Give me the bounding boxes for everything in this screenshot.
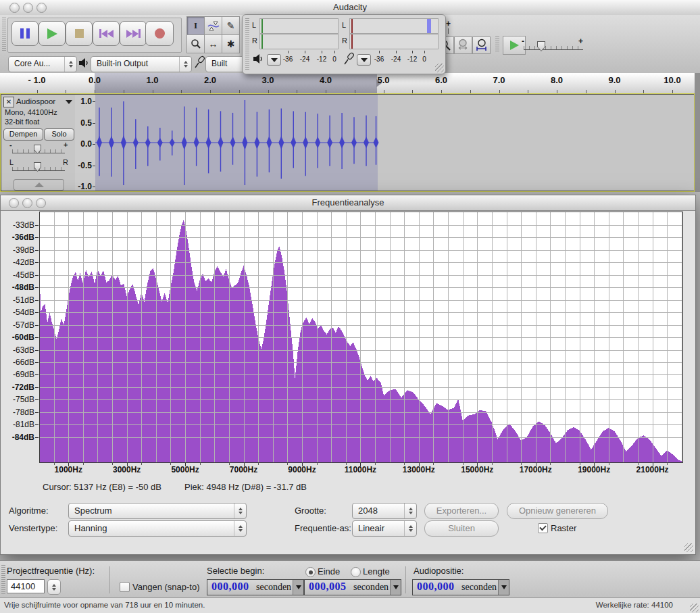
speed-plus-label: + — [578, 36, 583, 46]
field-menu-button[interactable] — [498, 580, 509, 595]
input-meter-r-label: R — [342, 36, 347, 45]
ruler-time-label: 6.0 — [435, 75, 447, 85]
stop-icon — [75, 29, 84, 38]
audio-host-select[interactable]: Core Au... — [8, 56, 77, 72]
audio-position-label: Audiopositie: — [414, 566, 464, 576]
waveform-area[interactable] — [95, 95, 694, 191]
algorithm-select[interactable]: Spectrum — [68, 503, 247, 519]
vruler-label: 1.0 — [80, 97, 92, 106]
analysis-titlebar[interactable]: Frequentieanalyse — [1, 195, 695, 211]
solo-button[interactable]: Solo — [44, 128, 74, 141]
selection-tool-button[interactable]: I — [186, 16, 205, 35]
skip-end-icon — [126, 29, 141, 38]
record-icon — [155, 28, 165, 39]
db-axis-tick — [35, 250, 39, 251]
meter-scale-label: -12 — [407, 55, 417, 63]
mixer-slider[interactable] — [448, 28, 449, 34]
spectrum-plot[interactable] — [39, 212, 683, 467]
draw-tool-button[interactable]: ✎ — [222, 16, 240, 35]
record-button[interactable] — [145, 21, 174, 46]
zoom-tool-button[interactable] — [186, 34, 205, 53]
toolbar-divider — [109, 566, 110, 593]
selection-start-field[interactable]: 000,000 seconden — [207, 579, 304, 595]
mute-button[interactable]: Dempen — [3, 128, 43, 141]
length-radio[interactable] — [351, 567, 361, 577]
db-axis-label: -33dB — [2, 220, 34, 230]
audio-position-field[interactable]: 000,000 seconden — [412, 579, 509, 595]
close-analysis-button[interactable]: Sluiten — [424, 520, 499, 537]
field-menu-button[interactable] — [390, 580, 401, 595]
multi-tool-button[interactable]: ✱ — [222, 34, 240, 53]
collapse-arrow-icon — [34, 182, 44, 187]
grid-checkbox[interactable] — [538, 523, 548, 533]
track-close-button[interactable]: ✕ — [3, 97, 14, 107]
stepper-icon — [234, 504, 246, 518]
audio-position-value: 000,000 — [417, 581, 455, 593]
db-axis-tick — [35, 374, 39, 375]
analysis-resize-grip[interactable] — [684, 543, 693, 552]
transport-grabber[interactable] — [2, 18, 6, 51]
skip-start-icon — [99, 29, 114, 38]
skip-start-button[interactable] — [93, 21, 120, 46]
track-collapse-button[interactable] — [14, 179, 64, 191]
fit-selection-button[interactable] — [454, 36, 472, 54]
timeshift-tool-button[interactable]: ↔ — [204, 34, 222, 53]
speed-minus-label: - — [522, 36, 524, 46]
play-button[interactable] — [39, 21, 66, 46]
pause-button[interactable] — [11, 21, 39, 46]
stepper-icon — [64, 57, 76, 72]
fit-project-button[interactable] — [472, 36, 491, 54]
window-title: Audacity — [0, 2, 700, 12]
peak-readout: Piek: 4948 Hz (D#8) = -31.7 dB — [184, 482, 307, 492]
selection-grabber[interactable] — [1, 565, 5, 595]
input-level-bar — [427, 19, 431, 33]
skip-end-button[interactable] — [120, 21, 147, 46]
field-menu-button[interactable] — [293, 580, 303, 595]
stop-button[interactable] — [66, 21, 93, 46]
vruler-label: -1.0 — [78, 182, 92, 191]
hz-axis-label: 13000Hz — [395, 465, 443, 474]
selection-end-field[interactable]: 000,005 seconden — [304, 579, 401, 595]
fit-selection-icon — [457, 39, 470, 52]
output-device-select[interactable]: Built-in Output — [91, 56, 192, 72]
disk-space-status: Vrije schijfruimte voor opname van 718 u… — [4, 601, 205, 609]
envelope-tool-button[interactable] — [204, 16, 222, 35]
snap-checkbox[interactable] — [120, 582, 130, 592]
main-titlebar[interactable]: Audacity — [0, 0, 700, 16]
palette-resize-grip[interactable] — [435, 64, 444, 72]
input-meter-menu-button[interactable] — [357, 54, 371, 66]
db-axis-label: -39dB — [2, 245, 34, 255]
project-rate-value: 44100 — [11, 581, 35, 591]
track-scrollbar[interactable] — [695, 73, 700, 192]
project-rate-input[interactable]: 44100 — [7, 579, 45, 593]
export-button[interactable]: Exporteren... — [424, 503, 499, 519]
selection-end-value: 000,005 — [309, 581, 347, 593]
timeline-ruler[interactable]: - 1.00.01.02.03.04.05.06.07.08.09.010.0 — [0, 73, 695, 94]
transcription-grabber[interactable] — [495, 36, 499, 53]
chevron-down-icon — [271, 58, 278, 62]
window-type-label: Venstertype: — [9, 523, 57, 533]
meter-zero-line — [351, 19, 353, 33]
output-meter-menu-button[interactable] — [267, 54, 281, 66]
input-meter-l-label: L — [342, 21, 346, 29]
meter-grabber[interactable] — [245, 18, 249, 70]
ruler-time-label: 0.0 — [89, 75, 101, 85]
meter-scale-label: 0 — [422, 55, 426, 63]
selection-start-label: Selectie begin: — [207, 566, 264, 576]
gain-plus-label: + — [64, 141, 68, 149]
project-rate-stepper[interactable] — [47, 579, 61, 595]
play-speed-slider[interactable] — [524, 46, 583, 50]
replot-button[interactable]: Opnieuw genereren — [507, 503, 608, 519]
size-label: Grootte: — [295, 506, 326, 516]
window-resize-grip[interactable] — [690, 604, 699, 612]
size-select[interactable]: 2048 — [352, 503, 417, 519]
axis-select[interactable]: Lineair — [352, 520, 417, 537]
selection-start-unit: seconden — [256, 582, 291, 593]
vertical-ruler[interactable]: 1.00.50.0-0.5-1.0 — [75, 95, 96, 191]
end-radio[interactable] — [305, 567, 316, 577]
ruler-time-label: 5.0 — [377, 75, 389, 85]
track-menu-button[interactable]: Audiospoor — [15, 97, 74, 107]
window-type-select[interactable]: Hanning — [68, 520, 247, 537]
hz-axis-label: 15000Hz — [453, 465, 501, 474]
ruler-time-label: 1.0 — [146, 75, 158, 85]
